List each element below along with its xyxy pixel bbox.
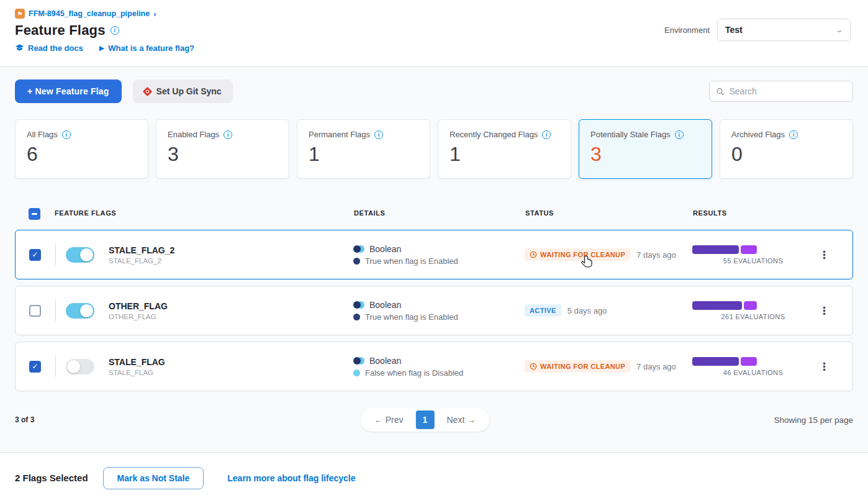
prev-page-button[interactable]: ← Prev xyxy=(364,411,414,428)
stat-label: Recently Changed Flags xyxy=(450,130,538,139)
row-checkbox[interactable]: ✓ xyxy=(29,249,41,261)
stat-info-icon[interactable]: i xyxy=(224,130,232,139)
stat-value: 3 xyxy=(590,143,700,166)
variation-dot-icon xyxy=(353,258,360,265)
evaluations-label: 261 EVALUATIONS xyxy=(721,313,785,320)
evaluations-bar xyxy=(692,245,757,254)
column-header-status: STATUS xyxy=(525,209,693,217)
stat-card-all-flags[interactable]: All Flags i 6 xyxy=(15,119,148,179)
kebab-menu-icon[interactable]: ⋮ xyxy=(814,247,834,263)
table-row[interactable]: ✓ OTHER_FLAG OTHER_FLAG Boolean True whe… xyxy=(15,286,853,335)
environment-label: Environment xyxy=(664,25,710,35)
flag-identifier: STALE_FLAG_2 xyxy=(109,257,353,265)
status-text: WAITING FOR CLEANUP xyxy=(540,363,625,370)
boolean-type-icon xyxy=(353,245,364,253)
environment-value: Test xyxy=(725,25,743,35)
flag-name[interactable]: STALE_FLAG xyxy=(109,357,353,367)
table-body: ✓ STALE_FLAG_2 STALE_FLAG_2 Boolean True… xyxy=(15,230,853,391)
stat-info-icon[interactable]: i xyxy=(542,130,551,139)
flag-type: Boolean xyxy=(369,244,401,254)
clock-icon xyxy=(530,363,537,370)
git-sync-button[interactable]: Set Up Git Sync xyxy=(133,79,233,103)
select-all-checkbox[interactable] xyxy=(29,208,40,220)
variation-text: True when flag is Enabled xyxy=(365,312,458,322)
mark-not-stale-button[interactable]: Mark as Not Stale xyxy=(103,467,204,489)
stat-info-icon[interactable]: i xyxy=(675,130,684,139)
title-info-icon[interactable]: i xyxy=(111,26,119,35)
flag-name[interactable]: STALE_FLAG_2 xyxy=(109,245,353,255)
stat-card-potentially-stale-flags[interactable]: Potentially Stale Flags i 3 xyxy=(579,119,712,179)
toolbar: + New Feature Flag Set Up Git Sync xyxy=(15,79,853,103)
stat-label: Archived Flags xyxy=(731,130,785,139)
git-icon xyxy=(142,86,152,96)
selection-footer: 2 Flags Selected Mark as Not Stale Learn… xyxy=(0,452,868,503)
stat-value: 1 xyxy=(309,143,418,166)
evaluations-bar xyxy=(692,301,757,310)
flag-toggle[interactable] xyxy=(66,247,94,263)
clock-icon xyxy=(530,251,537,258)
stat-info-icon[interactable]: i xyxy=(62,130,71,139)
flag-identifier: OTHER_FLAG xyxy=(109,313,353,320)
kebab-menu-icon[interactable]: ⋮ xyxy=(814,302,834,319)
boolean-type-icon xyxy=(353,301,364,309)
page-header: ⚑ FFM-8945_flag_cleanup_pipeline › Featu… xyxy=(0,0,868,67)
stat-label: Potentially Stale Flags xyxy=(590,130,671,139)
table-row[interactable]: ✓ STALE_FLAG_2 STALE_FLAG_2 Boolean True… xyxy=(15,230,853,279)
flag-toggle[interactable] xyxy=(66,303,94,319)
next-page-button[interactable]: Next → xyxy=(436,411,486,428)
table-header: FEATURE FLAGS DETAILS STATUS RESULTS xyxy=(15,205,853,221)
per-page-label: Showing 15 per page xyxy=(774,415,853,425)
variation-dot-icon xyxy=(353,369,360,376)
status-badge[interactable]: ACTIVE xyxy=(525,304,561,317)
breadcrumb-project[interactable]: FFM-8945_flag_cleanup_pipeline xyxy=(29,9,150,18)
column-header-flags: FEATURE FLAGS xyxy=(55,209,354,217)
evaluations-label: 55 EVALUATIONS xyxy=(723,257,783,265)
stat-label: Enabled Flags xyxy=(168,130,219,139)
status-text: WAITING FOR CLEANUP xyxy=(540,251,625,258)
flag-lifecycle-link[interactable]: Learn more about flag lifecycle xyxy=(227,473,355,483)
breadcrumb[interactable]: ⚑ FFM-8945_flag_cleanup_pipeline › xyxy=(15,9,853,19)
status-badge[interactable]: WAITING FOR CLEANUP xyxy=(525,248,630,261)
docs-icon xyxy=(15,43,24,53)
flag-name[interactable]: OTHER_FLAG xyxy=(109,301,353,311)
flag-identifier: STALE_FLAG xyxy=(109,369,353,376)
stat-value: 3 xyxy=(168,143,278,166)
breadcrumb-chevron-icon: › xyxy=(153,9,156,19)
flag-type: Boolean xyxy=(369,300,401,310)
row-checkbox[interactable]: ✓ xyxy=(29,361,41,373)
stat-card-permanent-flags[interactable]: Permanent Flags i 1 xyxy=(297,119,430,179)
row-checkbox[interactable]: ✓ xyxy=(29,305,41,317)
column-header-results: RESULTS xyxy=(693,209,815,217)
evaluations-bar xyxy=(692,357,757,366)
feature-flags-module-icon: ⚑ xyxy=(15,9,25,19)
column-header-details: DETAILS xyxy=(354,209,525,217)
chevron-down-icon: ⌄ xyxy=(835,25,844,34)
stat-info-icon[interactable]: i xyxy=(374,130,383,139)
stat-card-enabled-flags[interactable]: Enabled Flags i 3 xyxy=(156,119,289,179)
stat-info-icon[interactable]: i xyxy=(789,130,798,139)
page-number-button[interactable]: 1 xyxy=(415,410,434,429)
last-updated: 7 days ago xyxy=(636,362,676,371)
search-icon xyxy=(716,87,724,96)
stat-card-recently-changed-flags[interactable]: Recently Changed Flags i 1 xyxy=(438,119,571,179)
flag-toggle[interactable] xyxy=(66,359,94,374)
what-is-flag-link[interactable]: ▶ What is a feature flag? xyxy=(99,43,194,53)
new-feature-flag-button[interactable]: + New Feature Flag xyxy=(15,79,122,103)
kebab-menu-icon[interactable]: ⋮ xyxy=(814,358,834,375)
play-icon: ▶ xyxy=(99,44,104,52)
search-box[interactable] xyxy=(709,81,853,102)
main-panel: + New Feature Flag Set Up Git Sync All F… xyxy=(0,67,868,452)
pager: ← Prev 1 Next → xyxy=(361,408,489,432)
last-updated: 5 days ago xyxy=(567,306,607,315)
search-input[interactable] xyxy=(729,86,846,96)
stat-label: All Flags xyxy=(27,130,58,139)
variation-dot-icon xyxy=(353,314,360,320)
environment-select[interactable]: Test ⌄ xyxy=(717,19,851,41)
stat-card-archived-flags[interactable]: Archived Flags i 0 xyxy=(720,119,853,179)
stat-label: Permanent Flags xyxy=(309,130,370,139)
read-docs-link[interactable]: Read the docs xyxy=(15,43,83,53)
selected-count: 2 Flags Selected xyxy=(15,473,88,483)
status-badge[interactable]: WAITING FOR CLEANUP xyxy=(525,360,630,373)
variation-text: False when flag is Disabled xyxy=(365,368,463,378)
table-row[interactable]: ✓ STALE_FLAG STALE_FLAG Boolean False wh… xyxy=(15,342,853,391)
